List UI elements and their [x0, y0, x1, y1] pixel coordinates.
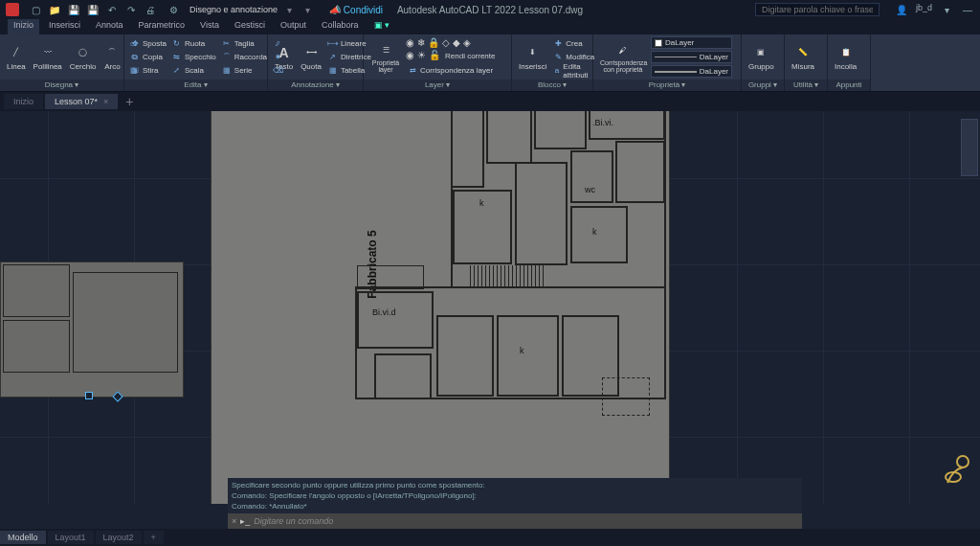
tab-express[interactable]: ▣ ▾	[368, 19, 396, 34]
panel-title[interactable]: Utilità ▾	[785, 80, 827, 91]
command-line[interactable]: × ▸_ Digitare un comando	[228, 513, 802, 529]
tab-inserisci[interactable]: Inserisci	[43, 19, 86, 34]
workspace-icon[interactable]: ⚙	[167, 3, 180, 16]
copia-button[interactable]: ⧉Copia	[128, 51, 168, 63]
tab-add-layout[interactable]: +	[144, 531, 164, 544]
linea-button[interactable]: ╱Linea	[4, 42, 29, 73]
insert-block-icon: ⬇	[524, 44, 542, 61]
room-label-bivi: .Bi.vi.	[592, 118, 613, 127]
file-tab-inizio[interactable]: Inizio	[4, 94, 43, 109]
stira-button[interactable]: ⇲Stira	[128, 64, 168, 77]
quota-button[interactable]: ⟷Quota	[298, 42, 324, 73]
inserisci-button[interactable]: ⬇Inserisci	[516, 42, 549, 73]
specchio-button[interactable]: ⇋Specchio	[170, 51, 218, 63]
incolla-button[interactable]: 📋Incolla	[832, 42, 859, 73]
layer-freeze-icon[interactable]: ❄	[417, 37, 425, 48]
redo-icon[interactable]: ↷	[124, 3, 138, 16]
color-combo[interactable]: DaLayer	[651, 36, 732, 49]
saveas-icon[interactable]: 💾	[86, 3, 100, 16]
linear-icon: ⟼	[328, 39, 338, 49]
misura-button[interactable]: 📏Misura	[789, 42, 817, 73]
raccorda-button[interactable]: ⌒Raccorda	[220, 51, 269, 63]
save-icon[interactable]: 💾	[67, 3, 80, 16]
user-label[interactable]: jb_d	[916, 3, 932, 16]
ribbon-tabs: Inizio Inserisci Annota Parametrico Vist…	[0, 19, 980, 34]
floorplan-inset[interactable]	[0, 262, 184, 398]
panel-title[interactable]: Blocco ▾	[512, 80, 592, 91]
crea-button[interactable]: ✚Crea	[551, 37, 596, 50]
close-icon[interactable]: ×	[103, 97, 108, 106]
tab-output[interactable]: Output	[275, 19, 312, 34]
search-input[interactable]	[755, 3, 880, 16]
share-button[interactable]: 📣 Condividi	[329, 5, 383, 15]
lineweight-combo[interactable]: DaLayer	[651, 65, 732, 78]
corrispondenza-layer-button[interactable]: ⇄Corrispondenza layer	[406, 64, 497, 77]
new-icon[interactable]: ▢	[29, 3, 42, 16]
match-properties-button[interactable]: 🖌Corrispondenza con proprietà	[597, 39, 649, 75]
panel-title[interactable]: Layer ▾	[364, 80, 511, 91]
linetype-combo[interactable]: DaLayer	[651, 51, 732, 63]
panel-title[interactable]: Appunti	[828, 80, 870, 91]
layer-misc1-icon[interactable]: ◆	[453, 37, 460, 48]
tab-layout1[interactable]: Layout1	[48, 531, 94, 544]
taglia-button[interactable]: ✂Taglia	[220, 37, 269, 50]
tab-layout2[interactable]: Layout2	[96, 531, 142, 544]
layer-misc2-icon[interactable]: ◈	[463, 37, 471, 48]
arco-button[interactable]: ⌒Arco	[100, 42, 123, 73]
panel-title[interactable]: Annotazione ▾	[268, 80, 363, 91]
grip[interactable]	[85, 392, 93, 399]
serie-button[interactable]: ▦Serie	[220, 64, 269, 77]
polilinea-button[interactable]: 〰Polilinea	[31, 42, 65, 73]
rendi-button[interactable]: Rendi corrente	[443, 50, 497, 62]
open-icon[interactable]: 📁	[48, 3, 61, 16]
sposta-button[interactable]: ✥Sposta	[128, 37, 168, 50]
tab-gestisci[interactable]: Gestisci	[229, 19, 271, 34]
panel-title[interactable]: Edita ▾	[124, 80, 267, 91]
minimize-icon[interactable]: —	[961, 3, 974, 16]
cerchio-button[interactable]: ◯Cerchio	[67, 42, 100, 73]
polyline-icon: 〰	[39, 44, 56, 61]
app-icon[interactable]	[6, 3, 19, 16]
layer-on-icon[interactable]: ◉	[406, 50, 414, 62]
layer-thaw-icon[interactable]: ☀	[417, 50, 426, 62]
drawing-area[interactable]: Fabbricato 5 k wc k liv .Bi.vi. Bi.vi.d …	[0, 111, 980, 504]
tab-collabora[interactable]: Collabora	[316, 19, 365, 34]
panel-title[interactable]: Disegna ▾	[0, 80, 123, 91]
tab-model[interactable]: Modello	[0, 531, 46, 544]
command-history[interactable]: Specificare secondo punto oppure utilizz…	[228, 478, 802, 513]
layer-off-icon[interactable]: ◉	[406, 37, 414, 48]
new-tab-button[interactable]: +	[120, 94, 139, 109]
print-icon[interactable]: 🖨	[144, 3, 157, 16]
user-area: 👤 jb_d ▾ —	[895, 3, 974, 16]
layer-unlock-icon[interactable]: 🔓	[429, 50, 440, 62]
help-icon[interactable]: ▾	[940, 3, 953, 16]
workspace-menu[interactable]: Disegno e annotazione	[189, 5, 278, 14]
floorplan-main[interactable]: Fabbricato 5 k wc k liv .Bi.vi. Bi.vi.d …	[211, 111, 670, 504]
navbar[interactable]	[961, 119, 978, 176]
panel-disegna: ╱Linea 〰Polilinea ◯Cerchio ⌒Arco ▭ ⬭ ▦ D…	[0, 34, 124, 91]
file-tab-lesson07[interactable]: Lesson 07*×	[45, 94, 118, 109]
tab-annota[interactable]: Annota	[90, 19, 129, 34]
edita-attr-button[interactable]: aEdita attributi	[551, 64, 596, 77]
rotate-icon: ↻	[172, 39, 182, 49]
tab-parametrico[interactable]: Parametrico	[133, 19, 191, 34]
scala-button[interactable]: ⤢Scala	[170, 64, 218, 77]
close-icon[interactable]: ×	[232, 516, 236, 526]
undo-icon[interactable]: ↶	[105, 3, 119, 16]
layer-iso-icon[interactable]: ◇	[442, 37, 450, 48]
gruppo-button[interactable]: ▣Gruppo	[746, 42, 777, 73]
panel-title[interactable]: Proprietà ▾	[593, 80, 741, 91]
edit-attr-icon: a	[553, 66, 560, 76]
match-props-icon: 🖌	[614, 41, 632, 58]
panel-title[interactable]: Gruppi ▾	[742, 80, 784, 91]
panel-appunti: 📋Incolla Appunti	[828, 34, 871, 91]
tab-inizio[interactable]: Inizio	[8, 19, 39, 34]
layer-properties-button[interactable]: ☰Proprietà layer	[368, 39, 404, 75]
panel-blocco: ⬇Inserisci ✚Crea ✎Modifica aEdita attrib…	[512, 34, 593, 91]
ruota-button[interactable]: ↻Ruota	[170, 37, 218, 50]
testo-button[interactable]: ATesto	[272, 42, 296, 73]
room-label-wc: wc	[585, 185, 595, 194]
layer-lock-icon[interactable]: 🔒	[428, 37, 439, 48]
signin-icon[interactable]: 👤	[895, 3, 908, 16]
tab-vista[interactable]: Vista	[194, 19, 225, 34]
